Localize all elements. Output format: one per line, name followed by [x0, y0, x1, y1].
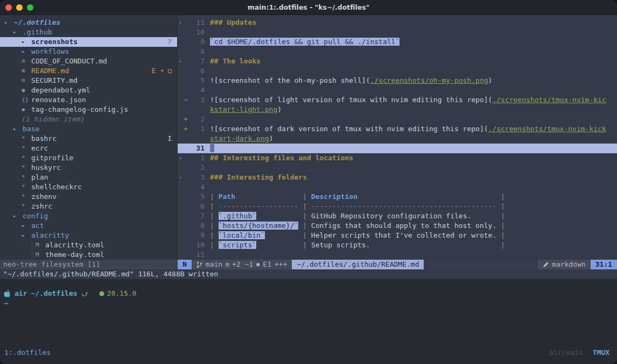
- editor-line[interactable]: 6| ------------------- | ---------------…: [178, 202, 617, 211]
- syntax-span: |: [298, 212, 311, 220]
- prompt-arrow[interactable]: →: [0, 298, 617, 308]
- tree-item-alacritty[interactable]: ▸alacritty: [0, 231, 177, 240]
- editor-line[interactable]: ▾1## Interesting files and locations: [178, 153, 617, 163]
- sh-icon: *: [22, 153, 31, 163]
- cursor-line[interactable]: 31: [178, 144, 617, 153]
- line-number: 1: [188, 153, 205, 163]
- line-number: 4: [188, 85, 205, 95]
- tree-item-act[interactable]: ▸act: [0, 221, 177, 231]
- tree-item-label: bashrc: [31, 134, 57, 144]
- line-number: 31: [188, 144, 205, 153]
- syntax-span: ----------------------------------------…: [311, 202, 496, 210]
- node-version-segment: 20.15.0: [99, 289, 137, 298]
- line-number: 7: [188, 56, 205, 66]
- diagnostic-icon: ●: [256, 260, 260, 269]
- tree-item-plan[interactable]: *plan: [0, 173, 177, 182]
- editor-line[interactable]: 10| `scripts` | Setup scripts. |: [178, 240, 617, 250]
- tree-item-config[interactable]: ▸config: [0, 211, 177, 221]
- folder-arrow-icon: ▸: [4, 18, 14, 27]
- tmux-window-label[interactable]: 1:.dotfiles: [4, 348, 51, 358]
- tree-item-zshenv[interactable]: *zshenv: [0, 192, 177, 202]
- tree-item-label: shellcheckrc: [31, 182, 82, 192]
- editor-line[interactable]: +2: [178, 115, 617, 124]
- editor-line[interactable]: 4: [178, 85, 617, 95]
- editor-line[interactable]: 9| `local/bin` | Helper scripts that I'v…: [178, 231, 617, 240]
- syntax-span: Configs that should apply to that host o…: [311, 222, 496, 230]
- tree-item-workflows[interactable]: ▸workflows: [0, 47, 177, 56]
- toml-icon: M: [36, 250, 45, 260]
- tree-item-code-of-conduct-md[interactable]: ≡CODE_OF_CONDUCT.md: [0, 56, 177, 66]
- syntax-span: ./screenshots/tmux-nvim-kic: [492, 96, 606, 104]
- line-number: 5: [188, 76, 205, 85]
- editor-line[interactable]: 5![screenshot of the oh-my-posh shell](.…: [178, 76, 617, 85]
- tree-item-renovate-json[interactable]: {}renovate.json: [0, 95, 177, 105]
- apple-icon: [4, 290, 11, 297]
- editor-line[interactable]: 4: [178, 182, 617, 192]
- editor-line[interactable]: 8| `hosts/{hostname}/` | Configs that sh…: [178, 221, 617, 231]
- editor-line[interactable]: 6: [178, 66, 617, 76]
- titlebar[interactable]: main:1:.dotfiles - "ks~/.dotfiles": [0, 0, 617, 15]
- tree-item-dependabot-yml[interactable]: ◉dependabot.yml: [0, 85, 177, 95]
- line-number: 6: [188, 202, 205, 211]
- tree-item-base[interactable]: ▸base: [0, 124, 177, 134]
- editor-line[interactable]: ~3![screenshot of light version of tmux …: [178, 95, 617, 105]
- tree-item-alacritty-toml[interactable]: │Malacritty.toml: [0, 240, 177, 250]
- syntax-span: ![screenshot of the oh-my-posh shell](: [210, 76, 370, 84]
- line-text: | `.github` | GitHub Repository configur…: [210, 211, 505, 221]
- syntax-span: |: [496, 212, 505, 220]
- fold-icon[interactable]: ▾: [178, 56, 183, 66]
- tree-item-github[interactable]: ▸.github: [0, 27, 177, 37]
- tree-item-security-md[interactable]: ≡SECURITY.md: [0, 76, 177, 85]
- editor-line[interactable]: start-dark.png): [178, 134, 617, 144]
- tree-item-gitprofile[interactable]: *gitprofile: [0, 153, 177, 163]
- editor-line[interactable]: 5| Path | Description |: [178, 192, 617, 202]
- tree-item-label: theme-day.toml: [45, 250, 104, 260]
- folder-arrow-icon: ▸: [22, 37, 31, 47]
- tree-item-marker: I: [167, 134, 172, 144]
- tree-item-shellcheckrc[interactable]: *shellcheckrc: [0, 182, 177, 192]
- editor-line[interactable]: ▾11### Updates: [178, 18, 617, 27]
- editor-line[interactable]: 2: [178, 163, 617, 173]
- editor-line[interactable]: ▾3### Interesting folders: [178, 173, 617, 182]
- line-number: 2: [188, 115, 205, 124]
- file-tree[interactable]: ▸~/.dotfiles▸.github▸screenshots?▸workfl…: [0, 15, 178, 260]
- tree-item-huskyrc[interactable]: *huskyrc: [0, 163, 177, 173]
- tree-item-bashrc[interactable]: *bashrcI: [0, 134, 177, 144]
- fold-icon[interactable]: ▾: [178, 153, 183, 163]
- syntax-span: |: [210, 202, 219, 210]
- tree-item-tag-changelog-config-js[interactable]: ◆tag-changelog-config.js: [0, 105, 177, 115]
- editor-buffer[interactable]: ▾11### Updates109`cd $HOME/.dotfiles && …: [178, 15, 617, 260]
- editor-line[interactable]: 7| `.github` | GitHub Repository configu…: [178, 211, 617, 221]
- tmux-mode-label: TMUX: [593, 348, 609, 358]
- editor-line[interactable]: ▾7## The looks: [178, 56, 617, 66]
- tree-item-theme-day-toml[interactable]: │Mtheme-day.toml: [0, 250, 177, 260]
- editor-line[interactable]: 8: [178, 47, 617, 56]
- line-text: | `local/bin` | Helper scripts that I've…: [210, 231, 505, 240]
- shell-area[interactable]: air ~/.dotfiles 20.15.0 → 1:.dotfiles ai…: [0, 279, 617, 364]
- tree-item-readme-md[interactable]: ≡README.mdE •: [0, 66, 177, 76]
- zoom-button[interactable]: [27, 4, 33, 11]
- filetype-label: markdown: [552, 260, 586, 269]
- tree-item-label: plan: [31, 173, 48, 182]
- tree-item-zshrc[interactable]: *zshrc: [0, 202, 177, 211]
- line-number: 3: [188, 173, 205, 182]
- editor-line[interactable]: 9`cd $HOME/.dotfiles && git pull && ./in…: [178, 37, 617, 47]
- editor-line[interactable]: +1![screenshot of dark version of tmux w…: [178, 124, 617, 134]
- minimize-button[interactable]: [16, 4, 23, 11]
- tree-item-dotfiles[interactable]: ▸~/.dotfiles: [0, 18, 177, 27]
- tree-item-screenshots[interactable]: ▸screenshots?: [0, 37, 177, 47]
- tree-item-1-hidden-item[interactable]: (1 hidden item): [0, 115, 177, 124]
- editor-line[interactable]: kstart-light.png): [178, 105, 617, 115]
- fold-icon[interactable]: ▾: [178, 18, 183, 27]
- editor-line[interactable]: 11: [178, 250, 617, 260]
- editor-line[interactable]: 10: [178, 27, 617, 37]
- fold-icon[interactable]: ▾: [178, 173, 183, 182]
- close-button[interactable]: [5, 4, 12, 11]
- tree-item-ecrc[interactable]: *ecrc: [0, 144, 177, 153]
- tree-item-label: tag-changelog-config.js: [31, 105, 128, 115]
- line-text: ![screenshot of light version of tmux wi…: [210, 95, 606, 105]
- line-number: 3: [188, 95, 205, 105]
- line-text: | `hosts/{hostname}/` | Configs that sho…: [210, 221, 505, 231]
- tree-item-label: ~/.dotfiles: [14, 18, 60, 27]
- syntax-span: |: [298, 192, 311, 201]
